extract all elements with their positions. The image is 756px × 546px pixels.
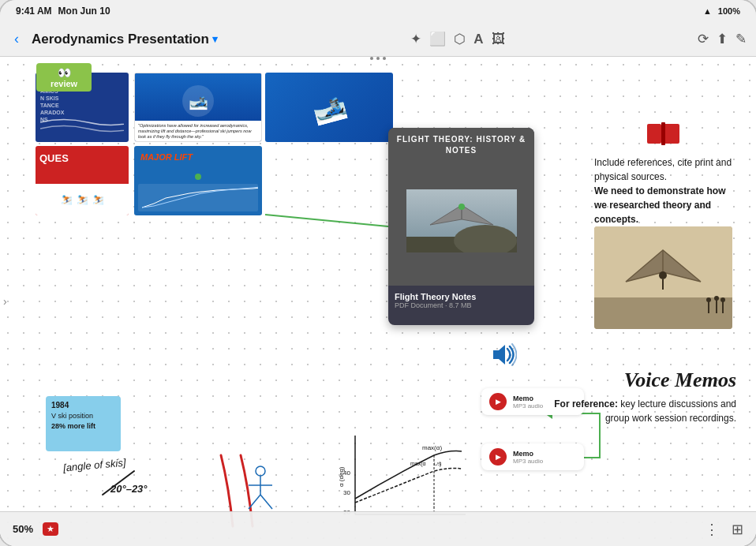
slide-2-quote: "Optimizations have allowed for increase… xyxy=(138,123,251,139)
svg-point-16 xyxy=(659,271,667,279)
svg-point-26 xyxy=(256,466,265,476)
svg-text:): ) xyxy=(440,461,441,467)
nav-bar: ‹ Aerodynamics Presentation ▾ ✦ ⬜ ⬡ A 🖼 … xyxy=(0,22,756,57)
historical-photo xyxy=(594,226,732,329)
slide-5-text: MAJOR LIFT xyxy=(140,152,193,162)
share-icon[interactable]: ⬆ xyxy=(717,31,728,47)
slide-4-text: QUES xyxy=(39,152,69,164)
overflow-dot xyxy=(370,57,373,60)
toolbar-icon-slides[interactable]: ⬜ xyxy=(429,31,446,47)
svg-line-30 xyxy=(260,495,272,509)
memo-1-play-button[interactable]: ▶ xyxy=(489,393,507,410)
svg-text:40: 40 xyxy=(343,469,350,477)
wifi-icon: ▲ xyxy=(703,6,712,16)
slide-4-bottom: ⛷️ ⛷️ ⛷️ xyxy=(36,184,129,215)
slide-2[interactable]: 🎿 "Optimizations have allowed for increa… xyxy=(134,73,262,142)
canvas-area: NS AMICS N SKIS TANCE ARADOX NS 👀 review xyxy=(0,57,756,546)
sticky-position: V ski position xyxy=(51,411,115,421)
memo-2-play-button[interactable]: ▶ xyxy=(489,448,507,466)
ipad-frame: 9:41 AM Mon Jun 10 ▲ 100% ‹ Aerodynamics… xyxy=(0,0,756,546)
grid-icon[interactable]: ⊞ xyxy=(732,521,743,538)
flight-theory-meta: PDF Document · 8.7 MB xyxy=(395,301,528,309)
sticky-year: 1984 xyxy=(51,400,115,411)
svg-rect-8 xyxy=(647,124,661,144)
angle-slash xyxy=(95,467,142,499)
svg-point-19 xyxy=(706,297,711,302)
time-display: 9:41 AM xyxy=(16,6,52,17)
overflow-dot xyxy=(376,57,380,60)
flight-theory-file: Flight Theory Notes xyxy=(395,292,528,301)
edit-icon[interactable]: ✎ xyxy=(735,31,747,47)
svg-point-23 xyxy=(720,297,725,302)
zoom-label: 50% xyxy=(13,523,33,535)
audio-icon xyxy=(489,341,517,374)
svg-rect-13 xyxy=(594,297,732,329)
history-icon[interactable]: ⟳ xyxy=(698,31,709,47)
memo-2-label: Memo xyxy=(513,450,576,458)
svg-text:max(α): max(α) xyxy=(422,444,442,451)
battery-display: 100% xyxy=(718,6,740,16)
slide-5[interactable]: MAJOR LIFT xyxy=(134,146,262,215)
svg-rect-9 xyxy=(663,124,679,144)
toolbar-icon-media[interactable]: ⬡ xyxy=(454,31,466,47)
svg-point-21 xyxy=(714,296,719,301)
voice-memos-bold: For reference: xyxy=(554,398,618,410)
voice-memos-title: Voice Memos xyxy=(531,368,736,392)
connector-dot xyxy=(195,174,201,180)
document-title: Aerodynamics Presentation xyxy=(32,32,209,47)
svg-text:max(α: max(α xyxy=(410,461,426,467)
memo-2[interactable]: ▶ Memo MP3 audio xyxy=(481,443,584,470)
toolbar-icon-image[interactable]: 🖼 xyxy=(492,32,505,47)
review-sticky[interactable]: 👀 review xyxy=(36,63,92,92)
status-bar: 9:41 AM Mon Jun 10 ▲ 100% xyxy=(0,0,756,22)
slide-3[interactable]: 🎿 xyxy=(265,73,393,142)
toolbar-icon-pen[interactable]: ✦ xyxy=(410,31,421,47)
slide-1-decoration xyxy=(40,113,124,136)
voice-memos-section: Voice Memos For reference: key lecture d… xyxy=(531,368,736,425)
back-button[interactable]: ‹ xyxy=(9,28,24,50)
review-label: review xyxy=(51,79,77,88)
svg-line-25 xyxy=(103,471,134,495)
sticky-lift: 28% more lift xyxy=(51,421,115,432)
memo-2-info: Memo MP3 audio xyxy=(513,450,576,465)
memo-2-type: MP3 audio xyxy=(513,458,576,465)
title-chevron[interactable]: ▾ xyxy=(212,33,218,45)
flight-theory-label: Flight Theory Notes PDF Document · 8.7 M… xyxy=(388,286,534,316)
svg-text:30: 30 xyxy=(343,489,350,496)
eyes-emoji: 👀 xyxy=(58,66,71,79)
hierarchy-icon[interactable]: ⋮ xyxy=(705,521,719,538)
flight-connector-dot xyxy=(458,204,465,210)
date-display: Mon Jun 10 xyxy=(58,6,110,17)
flight-theory-image: FLIGHT THEORY: HISTORY & NOTES xyxy=(388,128,534,286)
reference-text: Include references, cite print and physi… xyxy=(594,155,732,226)
star-badge[interactable]: ★ xyxy=(43,522,58,536)
svg-line-0 xyxy=(265,215,388,226)
slide-4[interactable]: QUES ⛷️ ⛷️ ⛷️ xyxy=(36,146,129,215)
overflow-dot xyxy=(383,57,386,60)
svg-marker-24 xyxy=(493,345,505,365)
edge-indicator: › xyxy=(3,295,7,308)
svg-rect-10 xyxy=(661,122,665,145)
voice-memos-text: For reference: key lecture discussions a… xyxy=(531,397,736,425)
sticky-1984[interactable]: 1984 V ski position 28% more lift xyxy=(46,396,121,451)
flight-theory-title: FLIGHT THEORY: HISTORY & NOTES xyxy=(388,134,534,156)
reference-note: Include references, cite print and physi… xyxy=(594,120,732,226)
bottom-bar: 50% ★ ⋮ ⊞ xyxy=(0,511,756,546)
flight-theory-card[interactable]: FLIGHT THEORY: HISTORY & NOTES xyxy=(388,128,534,325)
toolbar-icon-text[interactable]: A xyxy=(473,32,483,47)
